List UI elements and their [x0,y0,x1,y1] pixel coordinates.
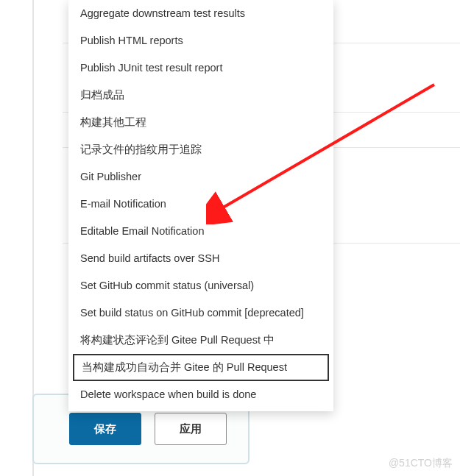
menu-item[interactable]: Send build artifacts over SSH [68,245,333,272]
menu-item[interactable]: Set GitHub commit status (universal) [68,272,333,299]
menu-item[interactable]: Set build status on GitHub commit [depre… [68,299,333,327]
apply-button-label: 应用 [180,422,202,436]
menu-item[interactable]: Delete workspace when build is done [68,381,333,408]
apply-button[interactable]: 应用 [155,413,227,445]
menu-item[interactable]: Editable Email Notification [68,218,333,245]
menu-item[interactable]: Publish HTML reports [68,27,333,54]
save-button-label: 保存 [94,422,116,436]
save-button[interactable]: 保存 [69,413,141,445]
menu-item[interactable]: Publish JUnit test result report [68,54,333,82]
menu-item[interactable]: 归档成品 [68,82,333,109]
menu-item[interactable]: 当构建成功自动合并 Gitee 的 Pull Request [73,354,329,381]
menu-item[interactable]: 将构建状态评论到 Gitee Pull Request 中 [68,327,333,354]
menu-item[interactable]: 构建其他工程 [68,109,333,136]
watermark: @51CTO博客 [389,457,453,470]
post-build-actions-menu: Aggregate downstream test resultsPublish… [68,0,333,411]
menu-item[interactable]: Git Publisher [68,163,333,191]
menu-item[interactable]: E-mail Notification [68,191,333,218]
menu-item[interactable]: 记录文件的指纹用于追踪 [68,136,333,163]
menu-item[interactable]: Aggregate downstream test results [68,0,333,27]
